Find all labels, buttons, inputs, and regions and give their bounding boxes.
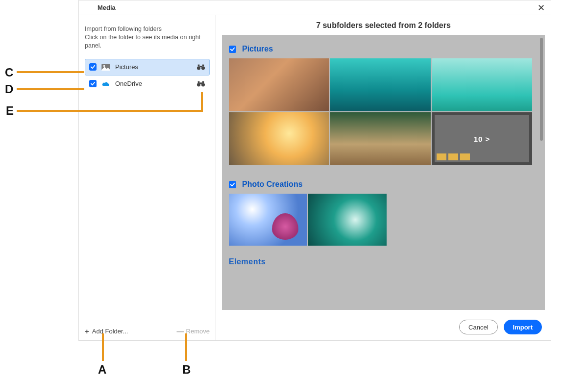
thumbnail[interactable] xyxy=(308,194,387,246)
svg-rect-9 xyxy=(198,81,200,83)
callout-c-label: C xyxy=(5,66,13,79)
remove-folder-label: Remove xyxy=(186,328,210,335)
folder-list-pane: Import from following folders Click on t… xyxy=(79,15,216,340)
thumbnail-grid-pictures: 10 > xyxy=(229,58,532,165)
svg-rect-11 xyxy=(199,82,202,84)
svg-point-1 xyxy=(103,65,105,67)
callout-c-line xyxy=(17,71,84,73)
plus-icon: + xyxy=(85,327,89,335)
import-button[interactable]: Import xyxy=(504,320,542,334)
gallery-scroll[interactable]: Pictures 10 > xyxy=(222,35,538,310)
folder-row-onedrive[interactable]: OneDrive xyxy=(85,76,210,92)
svg-rect-10 xyxy=(202,81,204,83)
media-preview-pane: 7 subfolders selected from 2 folders Pic… xyxy=(216,15,551,340)
dialog-title: Media xyxy=(83,4,116,11)
folder-row-pictures[interactable]: Pictures xyxy=(85,59,210,76)
section-checkbox-photo-creations[interactable] xyxy=(229,181,236,188)
scrollbar-thumb[interactable] xyxy=(540,38,543,141)
media-import-dialog: Media ✕ Import from following folders Cl… xyxy=(78,0,551,341)
check-icon xyxy=(90,81,96,86)
callout-a-label: A xyxy=(98,363,106,377)
onedrive-cloud-icon xyxy=(101,80,110,87)
folder-checkbox-pictures[interactable] xyxy=(89,63,97,71)
check-icon xyxy=(230,47,235,52)
minus-icon: — xyxy=(177,327,184,335)
folder-label: OneDrive xyxy=(115,80,142,87)
section-header-photo-creations: Photo Creations xyxy=(229,180,532,189)
section-checkbox-pictures[interactable] xyxy=(229,46,236,53)
thumbnail[interactable] xyxy=(330,58,431,111)
thumbnail-grid-photo-creations xyxy=(229,194,532,246)
remove-folder-button[interactable]: — Remove xyxy=(177,327,210,335)
callout-a-line xyxy=(102,333,104,361)
title-bar: Media ✕ xyxy=(79,0,551,15)
close-button[interactable]: ✕ xyxy=(536,2,547,13)
cancel-button[interactable]: Cancel xyxy=(459,320,497,334)
selection-summary: 7 subfolders selected from 2 folders xyxy=(216,15,551,35)
pictures-folder-icon xyxy=(101,64,110,71)
callout-e-label: E xyxy=(6,104,14,118)
check-icon xyxy=(90,64,96,70)
section-header-partial: Elements xyxy=(229,257,532,266)
chevron-right-icon: > xyxy=(486,135,490,143)
section-title: Pictures xyxy=(242,45,273,53)
callout-e-line-h xyxy=(17,110,203,112)
thumbnail[interactable] xyxy=(330,112,431,165)
svg-rect-5 xyxy=(202,64,204,66)
folder-checkbox-onedrive[interactable] xyxy=(89,80,97,87)
binoculars-icon[interactable] xyxy=(196,80,205,87)
svg-rect-4 xyxy=(198,64,200,66)
svg-rect-6 xyxy=(199,66,202,67)
callout-b-line xyxy=(185,333,187,361)
instructions-text: Import from following folders Click on t… xyxy=(85,25,210,50)
thumbnail[interactable] xyxy=(432,58,532,111)
callout-b-label: B xyxy=(182,363,191,377)
more-count: 10 xyxy=(474,135,483,143)
callout-d-line xyxy=(17,88,84,90)
binoculars-icon[interactable] xyxy=(196,64,205,71)
section-header-pictures: Pictures xyxy=(229,45,532,53)
callout-d-label: D xyxy=(5,82,13,96)
gallery-viewport: Pictures 10 > xyxy=(222,35,545,310)
folder-label: Pictures xyxy=(115,63,138,71)
add-folder-button[interactable]: + Add Folder... xyxy=(85,327,128,335)
add-folder-label: Add Folder... xyxy=(92,328,128,335)
callout-e-line-v xyxy=(201,92,203,112)
section-title: Photo Creations xyxy=(242,180,303,189)
thumbnail[interactable] xyxy=(229,58,329,111)
dialog-footer: Cancel Import xyxy=(216,314,551,340)
dialog-body: Import from following folders Click on t… xyxy=(79,15,551,340)
check-icon xyxy=(230,182,235,187)
thumbnail[interactable] xyxy=(229,194,307,246)
thumbnail-more[interactable]: 10 > xyxy=(432,112,532,165)
thumbnail[interactable] xyxy=(229,112,329,165)
